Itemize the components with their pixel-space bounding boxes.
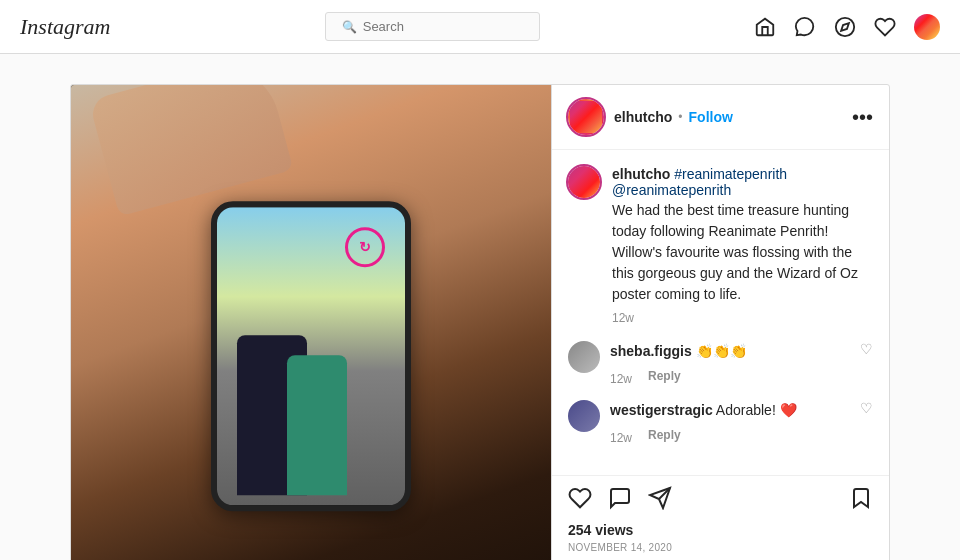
search-input[interactable] xyxy=(363,19,523,34)
comment-reply-sheba[interactable]: Reply xyxy=(648,369,681,383)
post-header-avatar[interactable] xyxy=(568,99,604,135)
save-button[interactable] xyxy=(849,486,873,514)
comment-like-sheba[interactable]: ♡ xyxy=(860,341,873,357)
comment-username-west[interactable]: westigerstragic xyxy=(610,402,713,418)
post-right-panel: elhutcho • Follow ••• elhutcho #reanimat… xyxy=(551,85,889,560)
post-bg: ↻ xyxy=(71,85,551,560)
hand-overlay xyxy=(89,85,294,216)
post-views: 254 views xyxy=(568,522,873,538)
phone-circle-overlay: ↻ xyxy=(345,227,385,267)
comment-text-sheba: 👏👏👏 xyxy=(696,343,747,359)
post-comments-area: elhutcho #reanimatepenrith @reanimatepen… xyxy=(552,150,889,475)
comment-row: sheba.figgis 👏👏👏 12w Reply ♡ xyxy=(568,341,873,386)
post-header: elhutcho • Follow ••• xyxy=(552,85,889,150)
like-button[interactable] xyxy=(568,486,592,514)
svg-marker-1 xyxy=(841,23,849,31)
top-nav: Instagram 🔍 xyxy=(0,0,960,54)
instagram-logo: Instagram xyxy=(20,14,110,40)
main-comment-mention[interactable]: @reanimatepenrith xyxy=(612,182,731,198)
follow-button[interactable]: Follow xyxy=(689,109,733,125)
main-content: ↻ elhutcho • Follow ••• xyxy=(0,54,960,560)
phone-frame: ↻ xyxy=(211,201,411,511)
comment-reply-west[interactable]: Reply xyxy=(648,428,681,442)
heart-icon[interactable] xyxy=(874,16,896,38)
main-comment-avatar xyxy=(568,166,600,198)
main-comment: elhutcho #reanimatepenrith @reanimatepen… xyxy=(568,166,873,325)
share-button[interactable] xyxy=(648,486,672,514)
comment-body-west: westigerstragic Adorable! ❤️ 12w Reply xyxy=(610,400,850,445)
post-more-button[interactable]: ••• xyxy=(852,107,873,127)
post-header-info: elhutcho • Follow xyxy=(614,109,842,125)
post-username[interactable]: elhutcho xyxy=(614,109,672,125)
search-icon: 🔍 xyxy=(342,20,357,34)
action-icons-row xyxy=(568,486,873,514)
comment-text-west: Adorable! ❤️ xyxy=(716,402,797,418)
comment-like-west[interactable]: ♡ xyxy=(860,400,873,416)
main-comment-text: We had the best time treasure hunting to… xyxy=(612,200,873,305)
messenger-icon[interactable] xyxy=(794,16,816,38)
comment-button[interactable] xyxy=(608,486,632,514)
main-comment-username[interactable]: elhutcho xyxy=(612,166,670,182)
comment-username-sheba[interactable]: sheba.figgis xyxy=(610,343,692,359)
main-comment-time: 12w xyxy=(612,311,873,325)
comment-body-sheba: sheba.figgis 👏👏👏 12w Reply xyxy=(610,341,850,386)
nav-icon-group xyxy=(754,14,940,40)
main-comment-body: elhutcho #reanimatepenrith @reanimatepen… xyxy=(612,166,873,325)
user-avatar[interactable] xyxy=(914,14,940,40)
post-image: ↻ xyxy=(71,85,551,560)
compass-icon[interactable] xyxy=(834,16,856,38)
svg-point-0 xyxy=(836,17,854,35)
comment-time-sheba: 12w xyxy=(610,372,632,386)
search-bar[interactable]: 🔍 xyxy=(325,12,540,41)
main-comment-hashtag[interactable]: #reanimatepenrith xyxy=(674,166,787,182)
post-actions: 254 views November 14, 2020 xyxy=(552,475,889,560)
phone-person-right xyxy=(287,355,347,495)
phone-screen: ↻ xyxy=(217,207,405,505)
home-icon[interactable] xyxy=(754,16,776,38)
post-dot: • xyxy=(678,110,682,124)
comment-avatar-west xyxy=(568,400,600,432)
comment-time-west: 12w xyxy=(610,431,632,445)
post-date: November 14, 2020 xyxy=(568,542,873,553)
comment-row-west: westigerstragic Adorable! ❤️ 12w Reply ♡ xyxy=(568,400,873,445)
post-container: ↻ elhutcho • Follow ••• xyxy=(70,84,890,560)
comment-avatar-sheba xyxy=(568,341,600,373)
